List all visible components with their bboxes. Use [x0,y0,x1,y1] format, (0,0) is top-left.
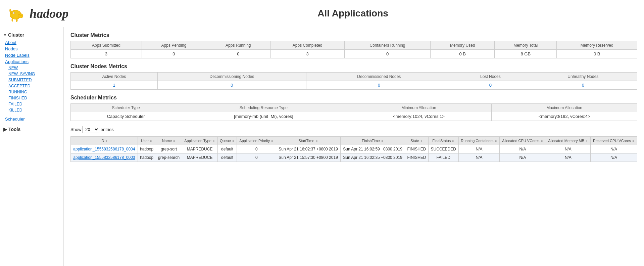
apps-col-priority[interactable]: Application Priority ⇕ [237,137,276,145]
apps-col-final-status[interactable]: FinalStatus ⇕ [428,137,458,145]
val-decommissioning-nodes[interactable]: 0 [158,81,306,90]
app-priority-cell: 0 [237,145,276,153]
col-active-nodes: Active Nodes [71,73,158,81]
cluster-nodes-metrics-title: Cluster Nodes Metrics [70,63,637,70]
apps-col-start-time[interactable]: StartTime ⇕ [276,137,341,145]
table-row: application_1555832586178_0003 hadoop gr… [71,153,637,162]
sidebar-item-new-saving[interactable]: NEW_SAVING [0,71,63,77]
sidebar: ▼ Cluster About Nodes Node Labels Applic… [0,27,64,266]
col-apps-completed: Apps Completed [270,41,344,50]
val-memory-used: 0 B [431,50,495,58]
sidebar-item-applications[interactable]: Applications [0,58,63,65]
app-user-cell: hadoop [138,153,156,162]
table-row: application_1555832586178_0004 hadoop gr… [71,145,637,153]
app-id-link[interactable]: application_1555832586178_0004 [73,147,135,151]
sidebar-item-new[interactable]: NEW [0,65,63,71]
cluster-section-header[interactable]: ▼ Cluster [0,31,63,39]
sidebar-item-about[interactable]: About [0,39,63,46]
val-apps-pending: 0 [142,50,206,58]
app-name-cell: grep-sort [156,145,182,153]
app-id-cell[interactable]: application_1555832586178_0004 [71,145,138,153]
entries-label: entries [101,127,114,132]
sidebar-item-nodes[interactable]: Nodes [0,46,63,52]
app-reserved-cpu-cell: N/A [590,145,637,153]
sidebar-item-finished[interactable]: FINISHED [0,95,63,101]
scheduler-metrics-title: Scheduler Metrics [70,95,637,101]
col-scheduler-type: Scheduler Type [71,104,181,112]
tools-section: ▶ Tools [0,125,63,134]
entries-select[interactable]: 10 20 25 50 100 [83,126,99,133]
col-apps-pending: Apps Pending [142,41,206,50]
apps-col-user[interactable]: User ⇕ [138,137,156,145]
applications-table: ID ⇕ User ⇕ Name ⇕ Application Type ⇕ [70,136,637,162]
col-decommissioning-nodes: Decommissioning Nodes [158,73,306,81]
running-containers-sort-icon: ⇕ [495,139,497,143]
start-time-sort-icon: ⇕ [315,139,318,143]
sidebar-item-submitted[interactable]: SUBMITTED [0,77,63,83]
app-user-cell: hadoop [138,145,156,153]
alloc-cpu-sort-icon: ⇕ [541,139,543,143]
val-scheduling-resource-type: [memory-mb (unit=Mi), vcores] [181,112,346,121]
sidebar-item-killed[interactable]: KILLED [0,107,63,113]
apps-col-alloc-mem[interactable]: Allocated Memory MB ⇕ [546,137,590,145]
apps-col-app-type[interactable]: Application Type ⇕ [182,137,217,145]
col-unhealthy-nodes: Unhealthy Nodes [529,73,637,81]
val-min-allocation: <memory:1024, vCores:1> [346,112,492,121]
app-state-cell: FINISHED [405,153,429,162]
main-layout: ▼ Cluster About Nodes Node Labels Applic… [0,27,644,266]
tools-section-header[interactable]: ▶ Tools [3,127,60,132]
app-running-containers-cell: N/A [458,153,500,162]
col-lost-nodes: Lost Nodes [452,73,529,81]
tools-arrow-icon: ▶ [3,127,7,132]
alloc-mem-sort-icon: ⇕ [585,139,588,143]
cluster-metrics-table: Apps Submitted Apps Pending Apps Running… [70,41,637,58]
app-queue-cell: default [217,153,237,162]
apps-col-id[interactable]: ID ⇕ [71,137,138,145]
val-decommissioned-nodes[interactable]: 0 [306,81,452,90]
val-lost-nodes[interactable]: 0 [452,81,529,90]
app-type-sort-icon: ⇕ [212,139,215,143]
app-alloc-mem-cell: N/A [546,145,590,153]
apps-col-queue[interactable]: Queue ⇕ [217,137,237,145]
apps-col-reserved-cpu[interactable]: Reserved CPU VCores ⇕ [590,137,637,145]
sidebar-item-running[interactable]: RUNNING [0,89,63,95]
app-alloc-cpu-cell: N/A [500,153,546,162]
app-alloc-mem-cell: N/A [546,153,590,162]
page-title: All Applications [68,8,637,19]
svg-point-3 [13,12,14,13]
id-sort-icon: ⇕ [105,139,108,143]
name-sort-icon: ⇕ [173,139,176,143]
reserved-cpu-sort-icon: ⇕ [632,139,635,143]
sidebar-item-failed[interactable]: FAILED [0,101,63,107]
sidebar-item-accepted[interactable]: ACCEPTED [0,83,63,89]
apps-col-finish-time[interactable]: FinishTime ⇕ [341,137,405,145]
header: hadoop All Applications [0,0,644,27]
app-state-cell: FINISHED [405,145,429,153]
app-alloc-cpu-cell: N/A [500,145,546,153]
val-memory-reserved: 0 B [557,50,637,58]
col-memory-total: Memory Total [495,41,557,50]
apps-col-name[interactable]: Name ⇕ [156,137,182,145]
apps-col-running-containers[interactable]: Running Containers ⇕ [458,137,500,145]
app-start-time-cell: Sun Apr 21 15:57:30 +0800 2019 [276,153,341,162]
sidebar-item-scheduler[interactable]: Scheduler [0,116,63,122]
cluster-arrow-icon: ▼ [3,33,7,37]
finish-time-sort-icon: ⇕ [381,139,384,143]
sidebar-item-node-labels[interactable]: Node Labels [0,52,63,58]
apps-col-state[interactable]: State ⇕ [405,137,429,145]
val-active-nodes[interactable]: 1 [71,81,158,90]
app-name-cell: grep-search [156,153,182,162]
show-entries-bar: Show 10 20 25 50 100 entries [70,126,637,133]
apps-col-alloc-cpu[interactable]: Allocated CPU VCores ⇕ [500,137,546,145]
app-type-cell: MAPREDUCE [182,153,217,162]
col-containers-running: Containers Running [344,41,430,50]
cluster-nodes-metrics-table: Active Nodes Decommissioning Nodes Decom… [70,72,637,90]
hadoop-logo-icon [7,3,27,24]
col-decommissioned-nodes: Decommissioned Nodes [306,73,452,81]
app-id-link[interactable]: application_1555832586178_0003 [73,155,135,160]
app-id-cell[interactable]: application_1555832586178_0003 [71,153,138,162]
val-unhealthy-nodes[interactable]: 0 [529,81,637,90]
app-finish-time-cell: Sun Apr 21 16:02:35 +0800 2019 [341,153,405,162]
show-label: Show [70,127,82,132]
state-sort-icon: ⇕ [420,139,423,143]
